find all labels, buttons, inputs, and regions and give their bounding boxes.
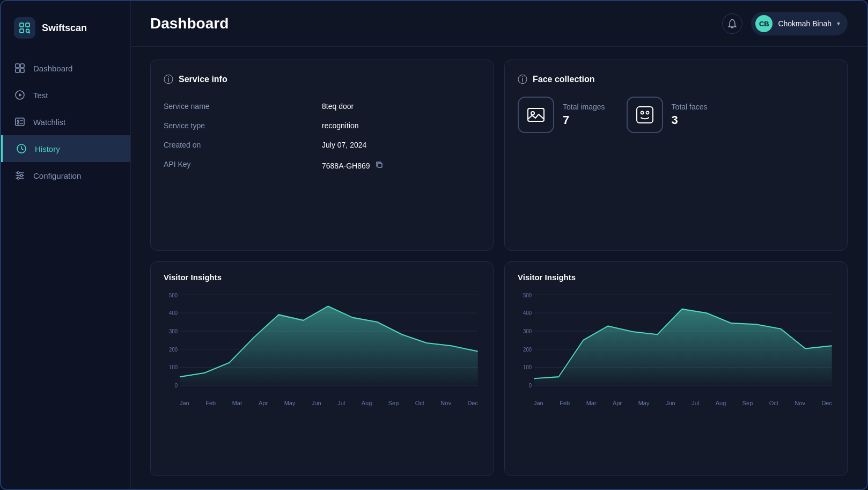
chevron-down-icon: ▾: [837, 20, 840, 27]
sidebar-label-configuration: Configuration: [33, 171, 81, 180]
chart2-title: Visitor Insights: [518, 273, 834, 282]
svg-rect-10: [16, 118, 24, 126]
user-menu[interactable]: CB Chokmah Binah ▾: [751, 12, 848, 35]
service-info-card: ⓘ Service info Service name 8teq door Se…: [150, 60, 494, 251]
total-faces-label: Total faces: [672, 103, 708, 111]
svg-rect-7: [20, 69, 24, 72]
service-info-header: ⓘ Service info: [164, 73, 480, 86]
visitor-insights-chart-1: Visitor Insights: [150, 261, 494, 476]
svg-rect-1: [26, 23, 30, 27]
svg-point-24: [531, 112, 534, 115]
logo-icon: [14, 17, 35, 39]
sidebar-item-history[interactable]: History: [1, 135, 130, 162]
svg-text:200: 200: [523, 346, 532, 353]
total-images-value: 7: [563, 113, 605, 127]
sidebar-item-dashboard[interactable]: Dashboard: [1, 55, 130, 82]
svg-point-26: [641, 112, 643, 114]
total-faces-stat: Total faces 3: [627, 97, 708, 133]
dashboard-icon: [14, 62, 26, 74]
notification-button[interactable]: [722, 13, 742, 34]
chart2-container: 500 400 300 200 100 0: [518, 289, 834, 397]
svg-marker-9: [19, 93, 22, 97]
total-images-stat: Total images 7: [518, 97, 605, 133]
service-type-value: recognition: [322, 116, 480, 135]
visitor-insights-chart-2: Visitor Insights 500: [504, 261, 848, 476]
svg-rect-25: [637, 107, 653, 123]
info-icon: ⓘ: [164, 73, 173, 86]
sidebar-item-watchlist[interactable]: Watchlist: [1, 108, 130, 135]
total-faces-value: 3: [672, 113, 708, 127]
api-key-label: API Key: [164, 155, 322, 177]
sidebar-label-dashboard: Dashboard: [33, 64, 72, 73]
service-info-title: Service info: [179, 75, 227, 84]
svg-rect-4: [16, 64, 19, 68]
chart1-container: 500 400 300 200 100 0: [164, 289, 480, 397]
svg-text:200: 200: [169, 346, 178, 353]
total-images-label: Total images: [563, 103, 605, 111]
service-name-label: Service name: [164, 97, 322, 116]
svg-rect-23: [528, 108, 544, 121]
sidebar-item-test[interactable]: Test: [1, 82, 130, 108]
main-content: Dashboard CB Chokmah Binah ▾ ⓘ Service i…: [131, 1, 867, 489]
history-icon: [16, 143, 27, 155]
svg-point-12: [18, 123, 19, 125]
face-collection-title: Face collection: [533, 75, 595, 84]
service-info-grid: Service name 8teq door Service type reco…: [164, 97, 480, 177]
svg-rect-0: [20, 23, 24, 27]
svg-text:400: 400: [523, 310, 532, 317]
logo-area: Swiftscan: [1, 12, 130, 55]
chart2-x-labels: Jan Feb Mar Apr May Jun Jul Aug Sep Oct …: [518, 400, 834, 406]
header: Dashboard CB Chokmah Binah ▾: [131, 1, 867, 47]
sidebar-label-test: Test: [33, 91, 48, 100]
svg-text:400: 400: [169, 310, 178, 317]
svg-point-27: [646, 112, 649, 114]
svg-point-11: [18, 120, 19, 122]
created-on-value: July 07, 2024: [322, 135, 480, 155]
user-name: Chokmah Binah: [778, 19, 832, 28]
sidebar-item-configuration[interactable]: Configuration: [1, 162, 130, 189]
svg-rect-6: [16, 69, 19, 72]
sidebar-label-history: History: [35, 144, 60, 153]
svg-text:0: 0: [175, 382, 178, 389]
logo-text: Swiftscan: [42, 23, 87, 34]
page-title: Dashboard: [150, 15, 229, 32]
svg-text:500: 500: [523, 291, 532, 298]
sidebar-label-watchlist: Watchlist: [33, 118, 65, 127]
svg-rect-22: [378, 163, 382, 167]
chart1-x-labels: Jan Feb Mar Apr May Jun Jul Aug Sep Oct …: [164, 400, 480, 406]
face-collection-header: ⓘ Face collection: [518, 73, 834, 86]
face-stats: Total images 7 Total faces: [518, 97, 834, 133]
svg-point-21: [17, 177, 19, 179]
chart1-title: Visitor Insights: [164, 273, 480, 282]
api-key-value: 7688A-GH869: [322, 155, 480, 177]
svg-text:100: 100: [169, 364, 178, 371]
svg-rect-2: [20, 29, 24, 33]
service-type-label: Service type: [164, 116, 322, 135]
face-collection-card: ⓘ Face collection Total images 7: [504, 60, 848, 251]
sidebar: Swiftscan Dashboard Test: [1, 1, 131, 489]
content-grid: ⓘ Service info Service name 8teq door Se…: [131, 47, 867, 489]
svg-text:0: 0: [529, 382, 532, 389]
service-name-value: 8teq door: [322, 97, 480, 116]
created-on-label: Created on: [164, 135, 322, 155]
svg-rect-5: [20, 64, 24, 68]
images-icon-box: [518, 97, 554, 133]
faces-icon-box: [627, 97, 663, 133]
copy-api-key-button[interactable]: [374, 160, 384, 171]
header-actions: CB Chokmah Binah ▾: [722, 12, 848, 35]
avatar: CB: [755, 15, 773, 32]
svg-text:300: 300: [169, 327, 178, 334]
test-icon: [14, 89, 26, 101]
watchlist-icon: [14, 116, 26, 128]
svg-text:300: 300: [523, 327, 532, 334]
face-info-icon: ⓘ: [518, 73, 527, 86]
svg-point-20: [20, 174, 23, 177]
configuration-icon: [14, 170, 26, 181]
svg-point-19: [17, 172, 19, 174]
svg-text:100: 100: [523, 364, 532, 371]
svg-text:500: 500: [169, 291, 178, 298]
